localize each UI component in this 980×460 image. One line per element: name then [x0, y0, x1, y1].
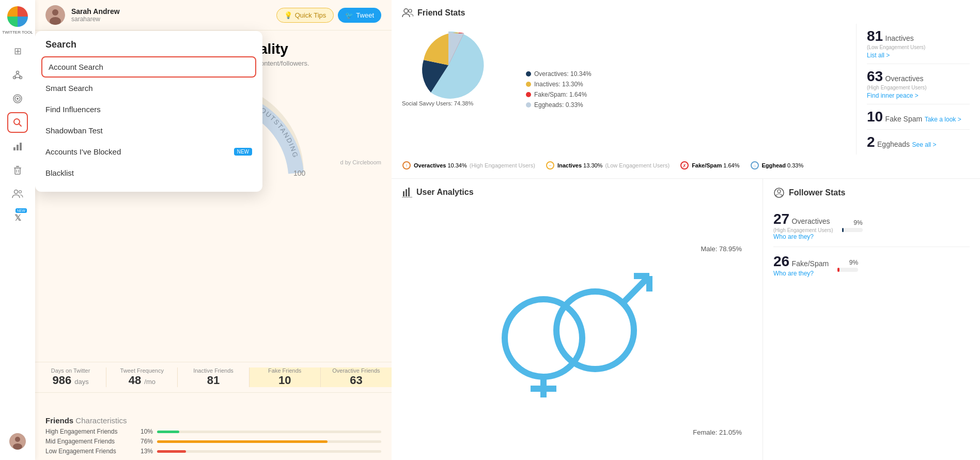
svg-point-25	[52, 9, 58, 16]
svg-point-20	[19, 191, 22, 193]
label-overactives: ↑ Overactives 10.34% (High Engagement Us…	[402, 161, 535, 170]
bar-high-fill	[157, 431, 179, 433]
dropdown-item-blocked[interactable]: Accounts I've Blocked NEW	[35, 141, 262, 162]
bar-mid-pct: 76%	[137, 438, 153, 445]
sidebar-item-trash[interactable]	[7, 160, 28, 180]
list-all-link[interactable]: List all >	[867, 52, 890, 59]
overactives-icon: ↑	[402, 161, 411, 170]
stats-row: Days on Twitter 986 days Tweet Frequency…	[35, 362, 392, 393]
svg-point-32	[404, 9, 408, 13]
user-avatar[interactable]	[9, 433, 26, 450]
svg-text:↑: ↑	[406, 163, 408, 168]
stat-eggheads: 2 Eggheads See all >	[867, 130, 970, 155]
svg-rect-42	[403, 191, 405, 196]
bar-high: High Engagement Friends 10%	[45, 428, 381, 435]
label-egghead: ○ Egghead 0.33%	[750, 161, 804, 170]
find-inner-peace-link[interactable]: Find inner peace >	[867, 92, 919, 99]
stat-fake-value: 10	[250, 374, 320, 387]
sidebar-item-analytics[interactable]	[7, 136, 28, 157]
label-fakespam: ✗ Fake/Spam 1.64%	[680, 161, 739, 170]
dropdown-item-smart-search[interactable]: Smart Search	[35, 78, 262, 99]
follower-overactives-info: 27 Overactives (High Engagement Users) W…	[773, 211, 833, 240]
svg-text:○: ○	[753, 163, 756, 168]
dropdown-item-blacklist[interactable]: Blacklist	[35, 162, 262, 183]
left-panel: Sarah Andrew saraharew 💡 Quick Tips 🐦 Tw…	[35, 0, 392, 460]
quick-tips-button[interactable]: 💡 Quick Tips	[276, 8, 334, 23]
dropdown-header: Search	[35, 39, 262, 56]
bar-high-pct: 10%	[137, 428, 153, 435]
svg-line-4	[18, 74, 21, 76]
svg-rect-11	[13, 147, 15, 150]
right-panel: Friend Stats	[392, 0, 980, 460]
stat-inactive-label: Inactive Friends	[178, 367, 248, 374]
follower-overactives-fill	[842, 228, 844, 232]
egghead-icon: ○	[750, 161, 759, 170]
svg-point-33	[409, 9, 412, 12]
stat-inactives: 81 Inactives (Low Engagement Users) List…	[867, 24, 970, 64]
who-are-they-fakespam[interactable]: Who are they?	[773, 270, 829, 277]
legend-inactives: Inactives: 13.30%	[526, 81, 846, 88]
stat-freq-label: Tweet Frequency	[106, 367, 177, 374]
header-bar: Sarah Andrew saraharew 💡 Quick Tips 🐦 Tw…	[35, 0, 392, 30]
stat-fakespam: 10 Fake Spam Take a look >	[867, 104, 970, 130]
follower-stats-section: Follower Stats 27 Overactives (High Enga…	[763, 179, 980, 460]
svg-point-8	[17, 98, 19, 100]
header-buttons: 💡 Quick Tips 🐦 Tweet	[276, 8, 381, 23]
dropdown-item-shadowban[interactable]: Shadowban Test	[35, 120, 262, 141]
sidebar-item-x[interactable]: 𝕏 NEW	[7, 207, 28, 228]
svg-rect-14	[15, 168, 20, 174]
friend-stats-icon	[402, 8, 413, 18]
svg-line-3	[14, 74, 18, 76]
fakespam-icon: ✗	[680, 161, 689, 170]
user-analytics-title: User Analytics	[402, 187, 752, 197]
svg-point-54	[777, 190, 781, 193]
dropdown-item-find-influencers[interactable]: Find Influencers	[35, 99, 262, 120]
stat-days-label: Days on Twitter	[35, 367, 106, 374]
stat-overactives: 63 Overactives (High Engagement Users) F…	[867, 64, 970, 104]
take-a-look-link[interactable]: Take a look >	[925, 116, 961, 123]
friends-title: Friends Characteristics	[45, 416, 381, 425]
dropdown-item-account-search[interactable]: Account Search	[41, 56, 256, 78]
legend-dot-eggheads	[526, 102, 531, 108]
who-are-they-overactives[interactable]: Who are they?	[773, 233, 833, 240]
follower-stats-title: Follower Stats	[773, 187, 970, 198]
app-logo	[7, 6, 28, 27]
bar-low: Low Engagement Friends 13%	[45, 448, 381, 455]
svg-rect-43	[406, 189, 407, 196]
stat-inactive-friends: Inactive Friends 81	[177, 367, 248, 387]
bar-low-label: Low Engagement Friends	[45, 448, 133, 455]
svg-text:✗: ✗	[682, 163, 687, 168]
bottom-labels-row: ↑ Overactives 10.34% (High Engagement Us…	[402, 161, 970, 170]
sidebar-item-dashboard[interactable]: ⊞	[7, 41, 28, 62]
svg-point-23	[13, 443, 22, 450]
app-name: TWITTER TOOL	[2, 30, 33, 35]
pie-chart	[402, 24, 495, 106]
sidebar-item-target[interactable]	[7, 88, 28, 109]
friends-characteristics: Friends Characteristics High Engagement …	[35, 411, 392, 460]
legend-fakespam: Fake/Spam: 1.64%	[526, 91, 846, 98]
male-pct: Male: 78.95%	[701, 245, 742, 253]
stats-numbers: 81 Inactives (Low Engagement Users) List…	[856, 24, 970, 155]
stat-overactive-friends: Overactive Friends 63	[320, 367, 392, 387]
svg-text:−: −	[549, 163, 552, 168]
main-content: Sarah Andrew saraharew 💡 Quick Tips 🐦 Tw…	[35, 0, 980, 460]
inactives-icon: −	[546, 161, 555, 170]
follower-fakespam-info: 26 Fake/Spam Who are they?	[773, 253, 829, 277]
pie-chart-area: Social Savvy Users: 74.38%	[402, 24, 516, 106]
legend-eggheads: Eggheads: 0.33%	[526, 101, 846, 109]
svg-rect-44	[408, 188, 410, 196]
sidebar-item-network[interactable]	[7, 65, 28, 85]
bottom-row: User Analytics	[392, 179, 980, 460]
follower-stats-icon	[773, 187, 785, 198]
sidebar-item-users[interactable]	[7, 183, 28, 204]
svg-point-46	[505, 299, 582, 377]
legend-dot-fakespam	[526, 92, 531, 97]
see-all-link[interactable]: See all >	[912, 141, 937, 148]
tweet-button[interactable]: 🐦 Tweet	[338, 8, 381, 23]
sidebar-item-search[interactable]	[7, 112, 28, 133]
svg-rect-12	[17, 145, 19, 150]
top-section: Sarah Andrew saraharew 💡 Quick Tips 🐦 Tw…	[35, 0, 980, 460]
stat-freq-value: 48 /mo	[106, 374, 177, 387]
twitter-icon: 🐦	[345, 11, 353, 19]
legend-overactives: Overactives: 10.34%	[526, 70, 846, 78]
